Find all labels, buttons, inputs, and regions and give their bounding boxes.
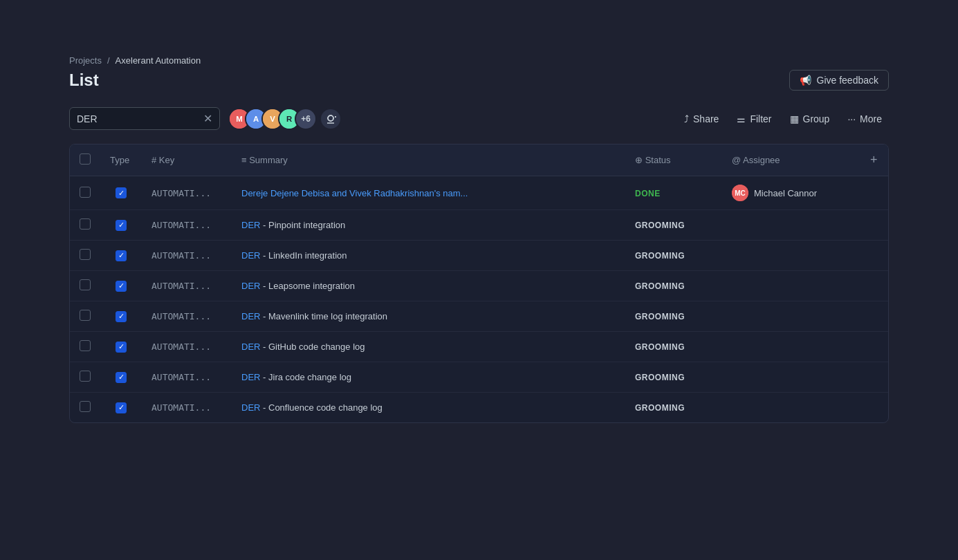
type-checkbox[interactable] xyxy=(116,220,127,231)
issue-key[interactable]: AUTOMATI... xyxy=(151,402,211,413)
table-row: AUTOMATI...Dereje Dejene Debisa and Vive… xyxy=(70,176,888,210)
type-checkbox[interactable] xyxy=(116,311,127,322)
assignee-avatar: MC xyxy=(732,185,748,201)
assignee-name: Michael Cannor xyxy=(754,188,817,198)
header-type-col[interactable]: Type xyxy=(100,144,142,176)
table-row: AUTOMATI...DER - Mavenlink time log inte… xyxy=(70,301,888,332)
row-checkbox[interactable] xyxy=(80,218,91,230)
issue-key[interactable]: AUTOMATI... xyxy=(151,220,211,230)
breadcrumb-project-name: Axelerant Automation xyxy=(116,55,201,66)
summary-link[interactable]: Dereje Dejene Debisa and Vivek Radhakris… xyxy=(241,188,468,198)
summary-link[interactable]: DER xyxy=(241,311,260,321)
header-checkbox-col xyxy=(70,144,100,176)
header-summary-col[interactable]: ≡ Summary xyxy=(232,144,625,176)
toolbar-row: ✕ M A V R +6 xyxy=(69,107,889,130)
row-checkbox[interactable] xyxy=(80,401,91,412)
type-checkbox[interactable] xyxy=(116,402,127,413)
avatar-count[interactable]: +6 xyxy=(295,108,317,130)
summary-text: - LinkedIn integration xyxy=(260,250,347,261)
type-checkbox[interactable] xyxy=(116,372,127,383)
filter-icon: ⚌ xyxy=(737,113,746,124)
toolbar-right: ⤴ Share ⚌ Filter ▦ Group ··· More xyxy=(677,109,889,129)
issue-key[interactable]: AUTOMATI... xyxy=(151,372,211,382)
breadcrumb-separator: / xyxy=(107,55,110,66)
summary-link[interactable]: DER xyxy=(241,281,260,291)
select-all-checkbox[interactable] xyxy=(80,153,91,165)
row-checkbox[interactable] xyxy=(80,249,91,260)
table-row: AUTOMATI...DER - Pinpoint integrationGRO… xyxy=(70,210,888,241)
svg-text:V: V xyxy=(270,115,275,123)
share-button[interactable]: ⤴ Share xyxy=(677,109,726,129)
header-assignee-col[interactable]: @ Assignee xyxy=(722,144,860,176)
megaphone-icon: 📢 xyxy=(800,75,811,86)
status-badge: GROOMING xyxy=(635,312,685,321)
avatar-group: M A V R +6 xyxy=(228,108,342,130)
type-checkbox[interactable] xyxy=(116,187,127,198)
issue-key[interactable]: AUTOMATI... xyxy=(151,188,211,198)
toolbar-left: ✕ M A V R +6 xyxy=(69,107,342,130)
table-row: AUTOMATI...DER - GitHub code change logG… xyxy=(70,332,888,362)
clear-icon[interactable]: ✕ xyxy=(203,112,212,125)
summary-text: - Confluence code change log xyxy=(260,402,382,413)
add-column-button[interactable]: + xyxy=(870,153,878,167)
type-checkbox[interactable] xyxy=(116,281,127,292)
svg-point-9 xyxy=(328,115,333,121)
more-button[interactable]: ··· More xyxy=(840,109,889,129)
svg-text:M: M xyxy=(236,115,242,123)
assignee-cell: MC Michael Cannor xyxy=(732,185,851,201)
summary-link[interactable]: DER xyxy=(241,402,260,413)
row-checkbox[interactable] xyxy=(80,187,91,198)
give-feedback-button[interactable]: 📢 Give feedback xyxy=(789,70,890,91)
issue-key[interactable]: AUTOMATI... xyxy=(151,250,211,261)
share-icon: ⤴ xyxy=(684,113,689,124)
table-row: AUTOMATI...DER - Confluence code change … xyxy=(70,393,888,423)
summary-text: - Leapsome integration xyxy=(260,281,355,291)
page-title: List xyxy=(69,71,99,90)
summary-text: - GitHub code change log xyxy=(260,342,365,352)
share-label: Share xyxy=(693,113,719,124)
header-add-col: + xyxy=(860,144,888,176)
issue-key[interactable]: AUTOMATI... xyxy=(151,281,211,291)
status-badge: GROOMING xyxy=(635,403,685,413)
group-button[interactable]: ▦ Group xyxy=(783,109,837,129)
breadcrumb-projects[interactable]: Projects xyxy=(69,55,102,66)
row-checkbox[interactable] xyxy=(80,340,91,351)
list-icon: ≡ xyxy=(241,155,249,165)
avatar-add-button[interactable] xyxy=(320,108,342,130)
row-checkbox[interactable] xyxy=(80,279,91,290)
more-label: More xyxy=(860,113,882,124)
svg-text:R: R xyxy=(286,115,292,123)
hash-icon: # xyxy=(151,155,159,165)
svg-text:A: A xyxy=(253,115,259,123)
summary-link[interactable]: DER xyxy=(241,342,260,352)
table-row: AUTOMATI...DER - Jira code change logGRO… xyxy=(70,362,888,393)
issue-key[interactable]: AUTOMATI... xyxy=(151,342,211,352)
table-row: AUTOMATI...DER - LinkedIn integrationGRO… xyxy=(70,241,888,271)
header-key-col[interactable]: # Key xyxy=(142,144,232,176)
search-input[interactable] xyxy=(77,113,198,124)
issue-key[interactable]: AUTOMATI... xyxy=(151,311,211,321)
summary-link[interactable]: DER xyxy=(241,372,260,382)
table-row: AUTOMATI...DER - Leapsome integrationGRO… xyxy=(70,271,888,301)
status-badge: DONE xyxy=(635,189,661,198)
header-row: List 📢 Give feedback xyxy=(69,70,889,91)
summary-text: - Pinpoint integration xyxy=(260,220,345,230)
filter-label: Filter xyxy=(750,113,771,124)
type-checkbox[interactable] xyxy=(116,250,127,261)
status-badge: GROOMING xyxy=(635,221,685,230)
summary-link[interactable]: DER xyxy=(241,220,260,230)
give-feedback-label: Give feedback xyxy=(817,75,879,86)
row-checkbox[interactable] xyxy=(80,371,91,382)
summary-link[interactable]: DER xyxy=(241,250,260,261)
group-icon: ▦ xyxy=(790,113,799,124)
status-badge: GROOMING xyxy=(635,251,685,261)
more-icon: ··· xyxy=(847,113,856,124)
header-status-col[interactable]: ⊕ Status xyxy=(625,144,722,176)
type-checkbox[interactable] xyxy=(116,342,127,353)
table-container: Type # Key ≡ Summary ⊕ Status @ Assignee xyxy=(69,144,889,423)
row-checkbox[interactable] xyxy=(80,310,91,321)
status-badge: GROOMING xyxy=(635,373,685,382)
svg-text:MC: MC xyxy=(735,189,746,197)
summary-text: - Jira code change log xyxy=(260,372,351,382)
filter-button[interactable]: ⚌ Filter xyxy=(730,109,778,129)
